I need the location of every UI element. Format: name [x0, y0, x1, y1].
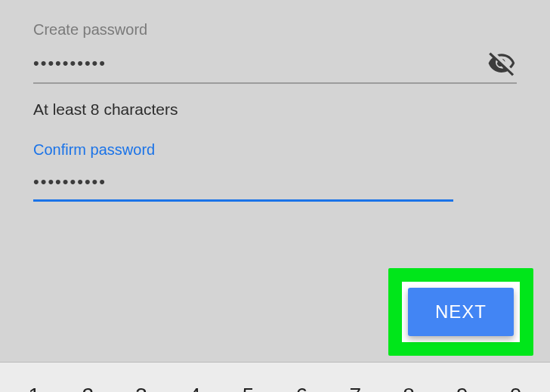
create-password-field-group: Create password •••••••••• [33, 21, 517, 84]
password-form: Create password •••••••••• At least 8 ch… [0, 0, 550, 202]
create-password-input-row[interactable]: •••••••••• [33, 52, 517, 84]
next-button[interactable]: NEXT [408, 288, 514, 336]
confirm-password-label: Confirm password [33, 141, 517, 159]
create-password-label: Create password [33, 21, 517, 39]
password-helper-text: At least 8 characters [33, 100, 517, 119]
keyboard-number-row: 1 2 3 4 5 6 7 8 9 0 [0, 362, 550, 392]
create-password-input[interactable]: •••••••••• [33, 54, 487, 73]
next-button-highlight: NEXT [388, 268, 533, 356]
confirm-password-field-group: Confirm password •••••••••• [33, 141, 517, 202]
confirm-password-input[interactable]: •••••••••• [33, 172, 453, 192]
visibility-off-icon[interactable] [487, 52, 517, 75]
next-button-wrapper: NEXT [402, 282, 520, 342]
confirm-password-input-row[interactable]: •••••••••• [33, 172, 453, 202]
